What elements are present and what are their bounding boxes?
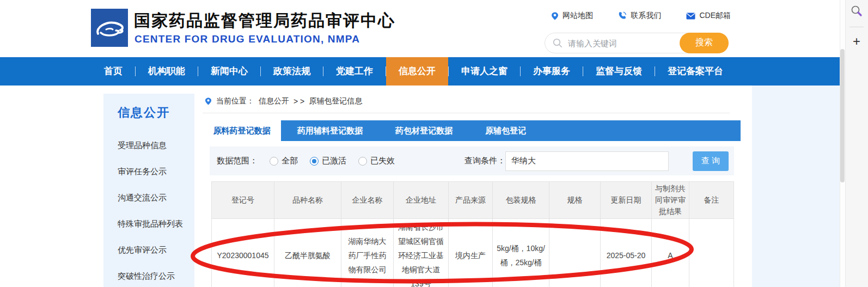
breadcrumb-pin-icon — [205, 97, 212, 106]
col-update-date: 更新日期 — [601, 182, 652, 219]
location-pin-icon — [551, 11, 559, 21]
sitemap-label: 网站地图 — [563, 11, 593, 21]
search-icon — [553, 38, 563, 48]
cde-logo-icon — [91, 9, 128, 47]
radio-expired-control[interactable] — [358, 157, 367, 166]
main-nav: 首页 机构职能 新闻中心 政策法规 党建工作 信息公开 申请人之窗 办事服务 监… — [0, 57, 840, 86]
tab-api-registration[interactable]: 原料药登记数据 — [203, 120, 281, 141]
tab-excipient-registration[interactable]: 药用辅料登记数据 — [281, 120, 379, 141]
site-subtitle: CENTER FOR DRUG EVALUATION, NMPA — [135, 33, 360, 45]
page-scrollbar-thumb[interactable] — [840, 49, 845, 182]
contact-link[interactable]: 联系我们 — [618, 11, 661, 21]
registration-table: 登记号 品种名称 企业名称 企业地址 产品来源 包装规格 规格 更新日期 与制剂… — [211, 181, 734, 287]
nav-supervision[interactable]: 监督与反馈 — [583, 57, 655, 86]
breadcrumb: 当前位置： 信息公开 > > 原辅包登记信息 — [205, 96, 362, 106]
col-registration-no: 登记号 — [212, 182, 274, 219]
browser-add-icon[interactable]: + — [845, 34, 868, 49]
site-header: 国家药品监督管理局药品审评中心 CENTER FOR DRUG EVALUATI… — [0, 0, 840, 57]
breadcrumb-current: 原辅包登记信息 — [309, 96, 362, 106]
col-joint-review-result: 与制剂共同审评审批结果 — [652, 182, 689, 219]
col-remarks: 备注 — [689, 182, 734, 219]
scope-label: 数据范围： — [217, 156, 258, 166]
nav-home[interactable]: 首页 — [91, 57, 135, 86]
sidebar-item-breakthrough-therapy[interactable]: 突破性治疗公示 — [118, 271, 194, 282]
cell-update-date: 2025-05-20 — [601, 219, 652, 287]
cell-spec — [549, 219, 601, 287]
nav-news[interactable]: 新闻中心 — [198, 57, 260, 86]
radio-activated[interactable]: 已激活 — [310, 156, 346, 166]
cell-variety-name: 乙酰半胱氨酸 — [274, 219, 341, 287]
radio-activated-control[interactable] — [310, 157, 319, 166]
cde-nmpa-webpage: 国家药品监督管理局药品审评中心 CENTER FOR DRUG EVALUATI… — [0, 0, 868, 287]
sidebar-item-special-approval[interactable]: 特殊审批品种列表 — [118, 219, 194, 229]
sidebar-item-communication[interactable]: 沟通交流公示 — [118, 193, 194, 203]
site-title: 国家药品监督管理局药品审评中心 — [134, 10, 395, 32]
breadcrumb-section[interactable]: 信息公开 — [259, 96, 289, 106]
radio-all[interactable]: 全部 — [270, 156, 298, 166]
nav-functions[interactable]: 机构职能 — [136, 57, 198, 86]
radio-expired-label: 已失效 — [370, 156, 395, 166]
nav-info-disclosure[interactable]: 信息公开 — [386, 57, 448, 86]
sidebar: 信息公开 受理品种信息 审评任务公示 沟通交流公示 特殊审批品种列表 优先审评公… — [103, 94, 194, 287]
cde-mail-link[interactable]: CDE邮箱 — [686, 11, 731, 21]
col-product-source: 产品来源 — [449, 182, 493, 219]
site-search: 搜索 — [545, 33, 729, 53]
query-input[interactable] — [505, 151, 669, 171]
main-content: 当前位置： 信息公开 > > 原辅包登记信息 原料药登记数据 药用辅料登记数据 … — [201, 86, 751, 287]
filter-bar: 数据范围： 全部 已激活 已失效 查询条件： 查 询 — [210, 146, 734, 175]
radio-all-label: 全部 — [282, 156, 298, 166]
cell-registration-no: Y20230001045 — [212, 219, 274, 287]
query-label: 查询条件： — [464, 156, 505, 166]
cde-logo — [91, 9, 128, 47]
sidebar-item-priority-review[interactable]: 优先审评公示 — [118, 245, 194, 255]
cell-product-source: 境内生产 — [449, 219, 493, 287]
header-quick-links: 网站地图 联系我们 CDE邮箱 — [551, 11, 731, 21]
cde-mail-label: CDE邮箱 — [699, 11, 731, 21]
radio-activated-label: 已激活 — [322, 156, 346, 166]
query-button[interactable]: 查 询 — [693, 151, 729, 171]
breadcrumb-separator: > > — [294, 97, 304, 106]
page-background-band — [752, 86, 840, 287]
sidebar-title: 信息公开 — [118, 105, 194, 121]
breadcrumb-divider — [203, 113, 730, 113]
dataset-tabs: 原料药登记数据 药用辅料登记数据 药包材登记数据 原辅包登记 — [203, 120, 741, 141]
cell-remarks — [689, 219, 734, 287]
rail-divider — [849, 27, 864, 27]
radio-all-control[interactable] — [270, 157, 278, 166]
col-company-name: 企业名称 — [341, 182, 394, 219]
cell-company-address: 湖南省长沙市望城区铜官循环经济工业基地铜官大道139号 — [394, 219, 449, 287]
col-spec: 规格 — [549, 182, 601, 219]
nav-registration-platform[interactable]: 登记备案平台 — [655, 57, 736, 86]
nav-party[interactable]: 党建工作 — [323, 57, 386, 86]
cell-joint-review-result: A — [652, 219, 689, 287]
site-search-input[interactable] — [568, 39, 680, 48]
breadcrumb-label: 当前位置： — [216, 96, 254, 106]
sidebar-item-accepted-varieties[interactable]: 受理品种信息 — [118, 141, 194, 151]
phone-icon — [618, 11, 627, 20]
cell-package-spec: 5kg/桶，10kg/桶，25kg/桶 — [493, 219, 549, 287]
envelope-icon — [686, 13, 695, 20]
tab-packaging-registration[interactable]: 药包材登记数据 — [379, 120, 469, 141]
browser-search-icon[interactable] — [850, 4, 863, 17]
col-company-address: 企业地址 — [394, 182, 449, 219]
contact-label: 联系我们 — [631, 11, 661, 21]
table-header-row: 登记号 品种名称 企业名称 企业地址 产品来源 包装规格 规格 更新日期 与制剂… — [212, 182, 734, 219]
table-row: Y20230001045 乙酰半胱氨酸 湖南华纳大药厂手性药物有限公司 湖南省长… — [212, 219, 734, 287]
tab-apipack-registration[interactable]: 原辅包登记 — [469, 120, 542, 141]
sidebar-item-review-tasks[interactable]: 审评任务公示 — [118, 167, 194, 177]
nav-applicant-window[interactable]: 申请人之窗 — [449, 57, 520, 86]
cell-company-name: 湖南华纳大药厂手性药物有限公司 — [341, 219, 394, 287]
radio-expired[interactable]: 已失效 — [358, 156, 395, 166]
sitemap-link[interactable]: 网站地图 — [551, 11, 593, 21]
nav-services[interactable]: 办事服务 — [521, 57, 583, 86]
col-variety-name: 品种名称 — [274, 182, 341, 219]
site-search-button[interactable]: 搜索 — [680, 33, 729, 53]
nav-policy[interactable]: 政策法规 — [261, 57, 323, 86]
col-package-spec: 包装规格 — [493, 182, 549, 219]
